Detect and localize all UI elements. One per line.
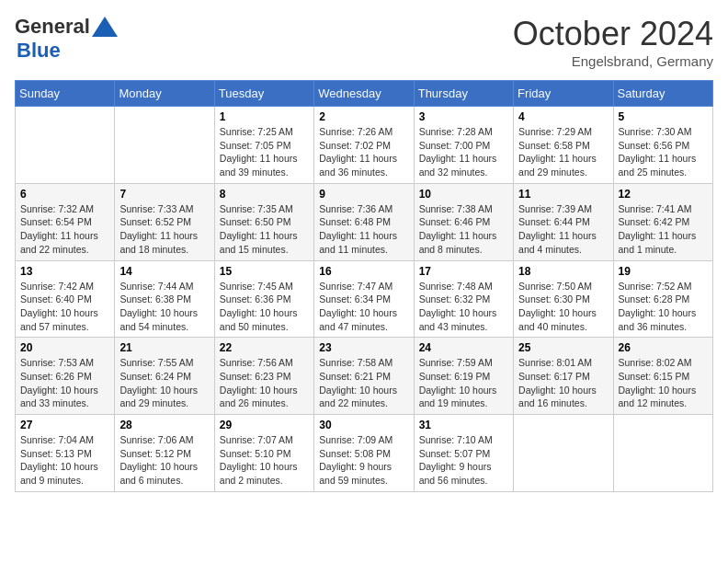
calendar-cell: 19Sunrise: 7:52 AM Sunset: 6:28 PM Dayli… [613, 260, 712, 338]
calendar-cell: 18Sunrise: 7:50 AM Sunset: 6:30 PM Dayli… [514, 260, 613, 338]
calendar-cell: 11Sunrise: 7:39 AM Sunset: 6:44 PM Dayli… [514, 183, 613, 260]
day-info: Sunrise: 7:47 AM Sunset: 6:34 PM Dayligh… [319, 280, 408, 334]
day-number: 17 [419, 265, 508, 278]
day-number: 14 [119, 265, 209, 278]
day-number: 19 [619, 265, 708, 278]
day-number: 29 [220, 419, 309, 431]
calendar-cell: 1Sunrise: 7:25 AM Sunset: 7:05 PM Daylig… [214, 107, 313, 184]
day-info: Sunrise: 7:39 AM Sunset: 6:44 PM Dayligh… [518, 202, 608, 257]
calendar-cell: 15Sunrise: 7:45 AM Sunset: 6:36 PM Dayli… [214, 260, 313, 338]
day-number: 18 [518, 265, 608, 278]
day-number: 7 [119, 188, 209, 201]
calendar-cell: 12Sunrise: 7:41 AM Sunset: 6:42 PM Dayli… [613, 183, 712, 260]
logo: General Blue [15, 15, 118, 63]
day-number: 22 [220, 341, 309, 354]
calendar-cell: 26Sunrise: 8:02 AM Sunset: 6:15 PM Dayli… [613, 338, 712, 415]
calendar-cell: 8Sunrise: 7:35 AM Sunset: 6:50 PM Daylig… [214, 183, 313, 260]
day-info: Sunrise: 7:10 AM Sunset: 5:07 PM Dayligh… [419, 433, 508, 488]
day-info: Sunrise: 7:29 AM Sunset: 6:58 PM Dayligh… [518, 125, 608, 179]
day-info: Sunrise: 7:59 AM Sunset: 6:19 PM Dayligh… [419, 356, 508, 410]
calendar-cell: 24Sunrise: 7:59 AM Sunset: 6:19 PM Dayli… [414, 338, 513, 415]
calendar-table: SundayMondayTuesdayWednesdayThursdayFrid… [15, 80, 713, 492]
svg-marker-0 [92, 17, 118, 37]
day-info: Sunrise: 7:09 AM Sunset: 5:08 PM Dayligh… [319, 433, 408, 488]
day-number: 4 [518, 110, 608, 123]
day-info: Sunrise: 7:38 AM Sunset: 6:46 PM Dayligh… [419, 202, 508, 257]
calendar-cell: 5Sunrise: 7:30 AM Sunset: 6:56 PM Daylig… [613, 107, 712, 184]
calendar-cell: 17Sunrise: 7:48 AM Sunset: 6:32 PM Dayli… [414, 260, 513, 338]
day-info: Sunrise: 8:01 AM Sunset: 6:17 PM Dayligh… [518, 356, 608, 410]
calendar-week-row: 20Sunrise: 7:53 AM Sunset: 6:26 PM Dayli… [16, 338, 713, 415]
day-number: 23 [319, 341, 408, 354]
day-info: Sunrise: 7:32 AM Sunset: 6:54 PM Dayligh… [20, 202, 109, 257]
day-number: 16 [319, 265, 408, 278]
calendar-cell: 31Sunrise: 7:10 AM Sunset: 5:07 PM Dayli… [414, 415, 513, 492]
day-info: Sunrise: 7:44 AM Sunset: 6:38 PM Dayligh… [119, 280, 209, 334]
day-info: Sunrise: 7:53 AM Sunset: 6:26 PM Dayligh… [20, 356, 109, 410]
calendar-cell [115, 107, 214, 184]
day-number: 6 [20, 188, 109, 201]
calendar-cell: 9Sunrise: 7:36 AM Sunset: 6:48 PM Daylig… [314, 183, 414, 260]
day-info: Sunrise: 7:07 AM Sunset: 5:10 PM Dayligh… [220, 433, 309, 488]
calendar-cell: 28Sunrise: 7:06 AM Sunset: 5:12 PM Dayli… [115, 415, 214, 492]
day-info: Sunrise: 7:28 AM Sunset: 7:00 PM Dayligh… [419, 125, 508, 179]
day-number: 21 [119, 341, 209, 354]
calendar-cell: 30Sunrise: 7:09 AM Sunset: 5:08 PM Dayli… [314, 415, 414, 492]
day-number: 26 [619, 341, 708, 354]
weekday-header: Thursday [414, 81, 513, 107]
day-info: Sunrise: 7:04 AM Sunset: 5:13 PM Dayligh… [20, 433, 109, 488]
calendar-cell: 4Sunrise: 7:29 AM Sunset: 6:58 PM Daylig… [514, 107, 613, 184]
calendar-cell: 20Sunrise: 7:53 AM Sunset: 6:26 PM Dayli… [16, 338, 115, 415]
calendar-cell: 13Sunrise: 7:42 AM Sunset: 6:40 PM Dayli… [16, 260, 115, 338]
day-info: Sunrise: 7:26 AM Sunset: 7:02 PM Dayligh… [319, 125, 408, 179]
calendar-cell [613, 415, 712, 492]
calendar-cell [16, 107, 115, 184]
weekday-header-row: SundayMondayTuesdayWednesdayThursdayFrid… [16, 81, 713, 107]
day-number: 12 [619, 188, 708, 201]
weekday-header: Friday [514, 81, 613, 107]
day-info: Sunrise: 7:42 AM Sunset: 6:40 PM Dayligh… [20, 280, 109, 334]
day-number: 3 [419, 110, 508, 123]
day-info: Sunrise: 7:35 AM Sunset: 6:50 PM Dayligh… [220, 202, 309, 257]
day-info: Sunrise: 7:25 AM Sunset: 7:05 PM Dayligh… [220, 125, 309, 179]
day-number: 5 [619, 110, 708, 123]
day-number: 1 [220, 110, 309, 123]
day-info: Sunrise: 7:50 AM Sunset: 6:30 PM Dayligh… [518, 280, 608, 334]
day-number: 13 [20, 265, 109, 278]
day-info: Sunrise: 7:58 AM Sunset: 6:21 PM Dayligh… [319, 356, 408, 410]
calendar-week-row: 6Sunrise: 7:32 AM Sunset: 6:54 PM Daylig… [16, 183, 713, 260]
day-number: 31 [419, 419, 508, 431]
weekday-header: Monday [115, 81, 214, 107]
day-info: Sunrise: 7:06 AM Sunset: 5:12 PM Dayligh… [119, 433, 209, 488]
day-info: Sunrise: 7:30 AM Sunset: 6:56 PM Dayligh… [619, 125, 708, 179]
day-number: 15 [220, 265, 309, 278]
calendar-cell: 10Sunrise: 7:38 AM Sunset: 6:46 PM Dayli… [414, 183, 513, 260]
day-info: Sunrise: 7:55 AM Sunset: 6:24 PM Dayligh… [119, 356, 209, 410]
calendar-cell: 22Sunrise: 7:56 AM Sunset: 6:23 PM Dayli… [214, 338, 313, 415]
calendar-cell: 21Sunrise: 7:55 AM Sunset: 6:24 PM Dayli… [115, 338, 214, 415]
month-title: October 2024 [513, 15, 713, 53]
day-number: 28 [119, 419, 209, 431]
day-info: Sunrise: 7:48 AM Sunset: 6:32 PM Dayligh… [419, 280, 508, 334]
weekday-header: Saturday [613, 81, 712, 107]
calendar-cell: 16Sunrise: 7:47 AM Sunset: 6:34 PM Dayli… [314, 260, 414, 338]
title-block: October 2024 Engelsbrand, Germany [513, 15, 713, 69]
calendar-cell: 29Sunrise: 7:07 AM Sunset: 5:10 PM Dayli… [214, 415, 313, 492]
calendar-cell: 7Sunrise: 7:33 AM Sunset: 6:52 PM Daylig… [115, 183, 214, 260]
day-number: 9 [319, 188, 408, 201]
day-number: 30 [319, 419, 408, 431]
weekday-header: Tuesday [214, 81, 313, 107]
day-number: 11 [518, 188, 608, 201]
day-info: Sunrise: 7:52 AM Sunset: 6:28 PM Dayligh… [619, 280, 708, 334]
calendar-cell: 3Sunrise: 7:28 AM Sunset: 7:00 PM Daylig… [414, 107, 513, 184]
day-number: 8 [220, 188, 309, 201]
day-number: 24 [419, 341, 508, 354]
calendar-cell: 6Sunrise: 7:32 AM Sunset: 6:54 PM Daylig… [16, 183, 115, 260]
calendar-cell: 25Sunrise: 8:01 AM Sunset: 6:17 PM Dayli… [514, 338, 613, 415]
weekday-header: Wednesday [314, 81, 414, 107]
day-info: Sunrise: 7:56 AM Sunset: 6:23 PM Dayligh… [220, 356, 309, 410]
day-info: Sunrise: 7:33 AM Sunset: 6:52 PM Dayligh… [119, 202, 209, 257]
location: Engelsbrand, Germany [513, 53, 713, 69]
day-info: Sunrise: 7:45 AM Sunset: 6:36 PM Dayligh… [220, 280, 309, 334]
logo-icon [92, 17, 118, 37]
